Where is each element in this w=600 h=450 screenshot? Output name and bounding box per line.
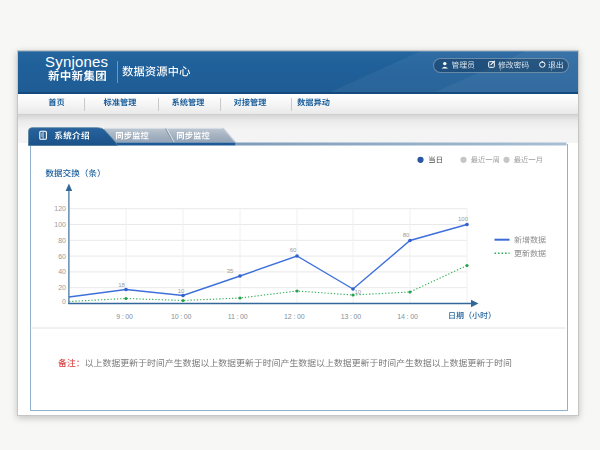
- svg-text:Synjones: Synjones: [45, 53, 108, 70]
